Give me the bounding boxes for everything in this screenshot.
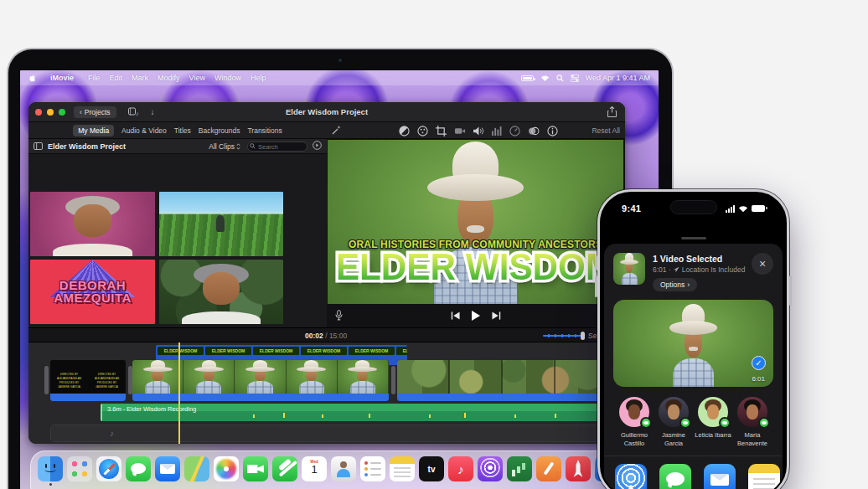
menu-view[interactable]: View <box>189 74 205 82</box>
contact-maria[interactable]: Maria Benavente <box>733 397 772 448</box>
menu-modify[interactable]: Modify <box>158 74 180 82</box>
menu-file[interactable]: File <box>88 74 101 82</box>
clip-filter-dropdown[interactable]: All Clips <box>209 142 240 151</box>
media-clip-elder-woman-pink[interactable] <box>30 192 155 256</box>
voiceover-mic-icon[interactable] <box>335 310 343 322</box>
dock-mail-icon[interactable] <box>155 456 180 481</box>
menu-edit[interactable]: Edit <box>110 74 123 82</box>
dock-rocket-app-icon[interactable] <box>566 456 591 481</box>
menu-bar-date[interactable]: Wed Apr 1 9:41 AM <box>586 74 650 82</box>
timeline-clip-interview[interactable] <box>132 360 389 401</box>
play-button[interactable] <box>472 311 481 321</box>
speed-icon[interactable] <box>509 126 520 136</box>
sidebar-toggle-icon[interactable] <box>34 142 43 150</box>
apple-logo-icon[interactable] <box>28 74 37 82</box>
mail-icon <box>704 464 736 489</box>
color-correction-icon[interactable] <box>417 126 428 136</box>
dock-contacts-icon[interactable] <box>331 456 356 481</box>
dock-numbers-icon[interactable] <box>507 456 532 481</box>
dock-safari-icon[interactable] <box>96 456 121 481</box>
imovie-window: ‹Projects ♪ ↓ Elder Wisdom Project My Me… <box>28 102 625 444</box>
share-app-airdrop[interactable]: AirDrop <box>615 464 647 489</box>
share-app-notes[interactable]: Notes <box>748 464 780 489</box>
zoom-slider-handle[interactable] <box>581 332 585 340</box>
media-clip-deborah-title-card[interactable]: DEBORAHAMÉZQUITA <box>30 260 155 324</box>
clip-audio-strip <box>50 394 126 401</box>
trim-handle[interactable] <box>44 366 49 394</box>
clip-info-icon[interactable] <box>547 126 558 136</box>
noise-eq-icon[interactable] <box>492 126 502 136</box>
playhead[interactable] <box>178 342 180 444</box>
dock-launchpad-icon[interactable] <box>67 456 92 481</box>
contact-leticia[interactable]: Leticia Ibarra <box>694 397 732 448</box>
tab-transitions[interactable]: Transitions <box>247 126 282 135</box>
sheet-grabber[interactable] <box>681 237 706 239</box>
window-title: Elder Wisdom Project <box>286 107 368 116</box>
tab-backgrounds[interactable]: Backgrounds <box>199 126 240 135</box>
next-frame-button[interactable] <box>492 311 501 320</box>
menu-help[interactable]: Help <box>251 74 266 82</box>
stabilization-icon[interactable] <box>454 126 466 136</box>
dock-finder-icon[interactable] <box>38 456 63 481</box>
dock-photos-icon[interactable] <box>214 456 239 481</box>
adjust-icons <box>399 126 558 136</box>
reset-all-button[interactable]: Reset All <box>592 126 620 135</box>
timeline-clip-credits[interactable]: DIRECTED BYALEJANDRA MILAN PRODUCED BYJA… <box>50 360 126 401</box>
share-icon[interactable] <box>607 106 617 119</box>
trim-handle[interactable] <box>391 366 395 394</box>
search-input[interactable] <box>247 142 307 152</box>
media-clip-farm-field[interactable] <box>159 192 283 256</box>
tab-my-media[interactable]: My Media <box>73 125 114 136</box>
crop-icon[interactable] <box>436 126 447 136</box>
search-field[interactable] <box>247 142 307 152</box>
share-app-mail[interactable]: Mail <box>704 464 736 489</box>
menu-imovie[interactable]: iMovie <box>45 74 79 82</box>
dock-messages-icon[interactable] <box>126 456 151 481</box>
menu-window[interactable]: Window <box>214 74 241 82</box>
contact-guillermo[interactable]: Guillermo Castillo <box>615 397 654 448</box>
dock-calendar-icon[interactable]: Wed1 <box>302 456 327 481</box>
dock-reminders-icon[interactable] <box>360 456 385 481</box>
color-balance-icon[interactable] <box>399 126 410 136</box>
dock-tv-icon[interactable]: tv <box>419 456 444 481</box>
contact-jasmine[interactable]: Jasmine Garcia <box>654 397 693 448</box>
dock-facetime-icon[interactable] <box>243 456 268 481</box>
menu-mark[interactable]: Mark <box>132 74 148 82</box>
download-arrow-icon[interactable]: ↓ <box>151 107 155 116</box>
minimize-window-button[interactable] <box>47 109 54 116</box>
previous-frame-button[interactable] <box>452 311 461 320</box>
timeline-music-placeholder[interactable]: ♪ <box>50 425 608 442</box>
dock-podcasts-icon[interactable] <box>478 456 503 481</box>
imovie-titlebar[interactable]: ‹Projects ♪ ↓ Elder Wisdom Project <box>28 102 625 122</box>
dock-phone-icon[interactable] <box>272 456 297 481</box>
zoom-window-button[interactable] <box>59 109 65 116</box>
video-preview-card[interactable]: ✓ 6:01 <box>613 300 773 387</box>
window-controls <box>35 109 65 116</box>
share-app-messages[interactable]: Messages <box>659 464 691 489</box>
close-sheet-button[interactable]: × <box>752 253 773 275</box>
clip-filter-icon[interactable] <box>528 126 540 136</box>
close-window-button[interactable] <box>35 109 42 116</box>
timeline-audio-clip[interactable]: 3.6m - Elder Wisdom Recording <box>101 404 608 421</box>
viewer-video[interactable]: ORAL HISTORIES FROM COMMUNITY ANCESTORS … <box>328 140 623 304</box>
tab-audio-video[interactable]: Audio & Video <box>121 126 167 135</box>
enhance-wand-icon[interactable] <box>332 125 342 136</box>
search-icon[interactable] <box>556 75 564 82</box>
volume-icon[interactable] <box>473 126 484 136</box>
selected-check-icon[interactable]: ✓ <box>752 356 766 370</box>
dock-notes-icon[interactable] <box>390 456 415 481</box>
control-center-icon[interactable] <box>571 75 579 82</box>
media-clip-elder-woman-foliage[interactable] <box>159 260 283 324</box>
media-import-icon[interactable]: ♪ <box>128 107 139 116</box>
options-button[interactable]: Options› <box>653 278 697 291</box>
dock-pages-icon[interactable] <box>536 456 561 481</box>
timeline-clip-garden[interactable] <box>397 360 608 401</box>
wifi-icon[interactable] <box>540 75 550 82</box>
tab-titles[interactable]: Titles <box>174 126 191 135</box>
dock-music-icon[interactable]: ♪ <box>448 456 473 481</box>
timeline-zoom-slider[interactable] <box>543 335 581 337</box>
imovie-toolbar: My Media Audio & Video Titles Background… <box>28 122 625 139</box>
filmstrip-play-icon[interactable] <box>313 141 322 152</box>
back-to-projects-button[interactable]: ‹Projects <box>74 106 116 118</box>
dock-maps-icon[interactable] <box>184 456 209 481</box>
